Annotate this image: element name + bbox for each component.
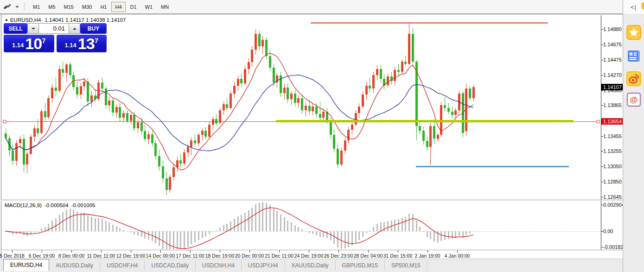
- macd-axis-label: 0.002904: [603, 202, 624, 208]
- symbol-label: EURUSD,H4: [10, 17, 41, 23]
- buy-button[interactable]: BUY: [80, 23, 107, 34]
- time-axis-label: 8 Dec 00:00: [58, 253, 85, 259]
- volume-decrease-button[interactable]: [27, 23, 39, 34]
- horizontal-line-1.13654-handle[interactable]: [597, 120, 599, 123]
- timeframe-button-M15[interactable]: M15: [60, 2, 77, 12]
- chart-tab-GBPUSD,M15[interactable]: GBPUSD,M15: [336, 260, 385, 271]
- time-axis-label: 18 Dec 19:00: [205, 253, 234, 259]
- hidden-icon-sliver[interactable]: [642, 2, 644, 9]
- one-click-trade-panel: SELL BUY 1.14 10 7 1.14 13 7: [4, 23, 107, 52]
- svg-text:@: @: [630, 95, 638, 104]
- timeframe-button-W1[interactable]: W1: [141, 2, 157, 12]
- chart-tab-EURUSD,H4[interactable]: EURUSD,H4: [3, 259, 49, 271]
- price-axis-label: 1.13050: [603, 164, 624, 169]
- chevron-down-icon[interactable]: [15, 6, 19, 8]
- time-axis-label: 2 Jan 19:00: [415, 253, 440, 259]
- chart-tab-XAUUSD,Daily[interactable]: XAUUSD,Daily: [285, 260, 336, 271]
- buy-price-prefix: 1.14: [65, 42, 77, 49]
- caret-up-icon: [73, 28, 77, 30]
- price-axis-label: 1.14675: [603, 42, 624, 47]
- timeframe-button-MN[interactable]: MN: [157, 2, 172, 12]
- timeframe-buttons: M1M5M15M30H1H4D1W1MN: [29, 2, 173, 12]
- toolbar-grip: [24, 3, 25, 11]
- mail-at-icon[interactable]: @: [626, 92, 641, 107]
- timeframe-button-M30[interactable]: M30: [78, 2, 96, 12]
- favorites-star-icon[interactable]: [626, 25, 641, 40]
- volume-increase-button[interactable]: [69, 23, 80, 34]
- time-axis-label: 4 Jan 00:00: [445, 253, 470, 259]
- time-axis-label: 26 Dec 23:00: [324, 253, 353, 259]
- macd-axis-label: -0.001824: [603, 244, 624, 250]
- trade-arrows-icon: [2, 3, 13, 11]
- chart-tab-USDCNH,H4[interactable]: USDCNH,H4: [196, 260, 242, 271]
- price-axis-label: 1.14475: [603, 57, 624, 63]
- time-axis-label: 17 Dec 11:00: [176, 253, 204, 259]
- chart-tab-USDCAD,Daily[interactable]: USDCAD,Daily: [145, 260, 196, 271]
- sell-button[interactable]: SELL: [4, 23, 27, 34]
- collapse-chevron-icon: <|: [631, 4, 637, 11]
- sell-price-big: 10: [25, 36, 42, 51]
- buy-price-big: 13: [78, 36, 95, 51]
- price-axis-label: 1.14270: [603, 72, 624, 78]
- timeframe-button-H4[interactable]: H4: [111, 2, 125, 12]
- collapse-triangle-icon[interactable]: ▲: [5, 18, 8, 22]
- caret-down-icon: [32, 28, 35, 30]
- sell-price-button[interactable]: 1.14 10 7: [4, 35, 54, 52]
- timeframe-button-M5[interactable]: M5: [45, 2, 59, 12]
- chart-tab-bar: EURUSD,H4AUDUSD,DailyUSDCHF,H4USDCAD,Dai…: [0, 259, 623, 272]
- price-axis-label: 1.13455: [603, 133, 624, 139]
- volume-input[interactable]: [39, 23, 69, 34]
- chart-tab-USDCHF,H4[interactable]: USDCHF,H4: [100, 260, 145, 271]
- macd-signal-line: [6, 208, 473, 248]
- macd-name: MACD(12,26,9): [5, 202, 42, 208]
- buy-price-button[interactable]: 1.14 13 7: [57, 35, 107, 52]
- weibo-icon[interactable]: [626, 71, 641, 86]
- chart-tab-USDJPY,H4[interactable]: USDJPY,H4: [242, 260, 285, 271]
- price-axis-label: 1.13865: [603, 102, 624, 108]
- time-axis-label: 12 Dec 19:00: [116, 253, 145, 259]
- timeframe-button-M1[interactable]: M1: [29, 2, 44, 12]
- sidebar-collapse-button[interactable]: <|: [623, 0, 644, 14]
- timeframe-toolbar: M1M5M15M30H1H4D1W1MN: [0, 0, 623, 14]
- time-axis-label: 20 Dec 00:00: [235, 253, 264, 259]
- price-axis-label: 1.13255: [603, 148, 624, 154]
- time-axis-label: 24 Dec 19:00: [294, 253, 323, 259]
- news-feed-icon[interactable]: [626, 48, 641, 63]
- line-price-badge: 1.13654: [601, 118, 623, 125]
- sell-price-prefix: 1.14: [12, 42, 24, 49]
- price-axis-label: 1.14880: [603, 26, 624, 32]
- macd-indicator-label: MACD(12,26,9)-0.000504-0.001005: [5, 202, 98, 208]
- axis-ticks: [13, 30, 604, 253]
- macd-histogram: [5, 202, 474, 249]
- chart-title: ▲EURUSD,H41.14041 1.14117 1.14038 1.1410…: [5, 17, 126, 23]
- new-order-button[interactable]: [2, 3, 19, 11]
- timeframe-button-H1[interactable]: H1: [96, 2, 110, 12]
- time-axis-label: 31 Dec 15:00: [383, 253, 412, 259]
- price-axis-label: 1.12850: [603, 179, 624, 184]
- current-price-badge: 1.14107: [601, 84, 623, 90]
- time-axis-label: 11 Dec 11:00: [87, 253, 115, 259]
- mt4-terminal: M1M5M15M30H1H4D1W1MN ▲EURUSD,H41.14041 1…: [0, 0, 644, 272]
- chart-tab-SP500,M15[interactable]: SP500,M15: [385, 260, 427, 271]
- sell-price-sup: 7: [42, 37, 45, 44]
- right-sidebar: <| @: [623, 0, 644, 272]
- time-axis-label: 28 Dec 04:00: [354, 253, 383, 259]
- ma-slow-line[interactable]: [6, 75, 473, 151]
- time-axis-label: 6 Dec 19:00: [29, 253, 55, 259]
- chart-tab-AUDUSD,Daily[interactable]: AUDUSD,Daily: [49, 260, 100, 271]
- ohlc-values: 1.14041 1.14117 1.14038 1.14107: [45, 17, 126, 23]
- horizontal-line-1.13654-handle[interactable]: [3, 120, 6, 123]
- time-axis-label: 14 Dec 00:00: [146, 253, 175, 259]
- price-axis-label: 1.12645: [603, 194, 624, 200]
- buy-price-sup: 7: [95, 37, 98, 44]
- macd-main-value: -0.000504: [45, 202, 69, 208]
- macd-signal-value: -0.001005: [71, 202, 96, 208]
- timeframe-button-D1[interactable]: D1: [127, 2, 140, 12]
- time-axis-label: 21 Dec 11:00: [265, 253, 293, 259]
- time-axis-label: 5 Dec 2018: [0, 253, 25, 259]
- macd-axis-label: 0.00: [603, 228, 624, 234]
